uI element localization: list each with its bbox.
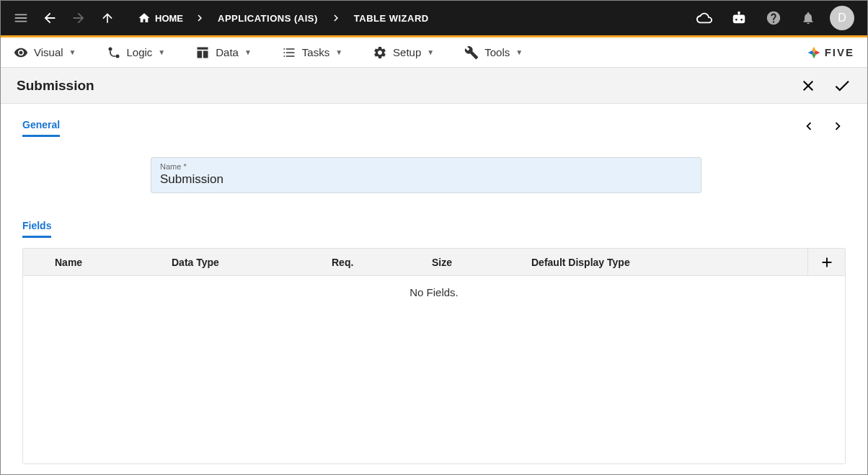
col-name: Name <box>55 257 82 268</box>
next-icon[interactable] <box>830 118 846 137</box>
menu-logic-label: Logic <box>127 46 153 58</box>
menu-icon[interactable] <box>8 5 34 31</box>
fields-tab[interactable]: Fields <box>22 220 51 238</box>
breadcrumb-home-label: HOME <box>155 13 183 24</box>
fields-section: Fields Name Data Type Req. Size Default … <box>22 219 846 464</box>
page-header: Submission <box>1 68 867 104</box>
breadcrumb-applications[interactable]: APPLICATIONS (AIS) <box>212 13 324 24</box>
menu-tools-label: Tools <box>484 46 510 58</box>
add-field-button[interactable] <box>807 249 845 276</box>
name-field[interactable]: Name * Submission <box>151 157 701 193</box>
menu-tasks[interactable]: Tasks▼ <box>282 45 342 60</box>
menubar: Visual▼ Logic▼ Data▼ Tasks▼ Setup▼ Tools… <box>1 37 867 68</box>
topbar: HOME APPLICATIONS (AIS) TABLE WIZARD D <box>1 1 867 37</box>
general-tab[interactable]: General <box>22 119 60 137</box>
menu-data[interactable]: Data▼ <box>195 45 252 60</box>
chevron-right-icon <box>190 12 209 25</box>
menu-visual-label: Visual <box>34 46 63 58</box>
menu-visual[interactable]: Visual▼ <box>14 45 76 60</box>
bell-icon[interactable] <box>795 5 821 31</box>
col-default-display: Default Display Type <box>531 257 630 268</box>
forward-icon <box>66 5 92 31</box>
check-icon[interactable] <box>833 76 851 95</box>
back-icon[interactable] <box>37 5 63 31</box>
page-title: Submission <box>17 78 94 94</box>
fields-table: Name Data Type Req. Size Default Display… <box>22 248 846 464</box>
svg-point-1 <box>115 54 119 58</box>
close-icon[interactable] <box>800 76 817 95</box>
general-section-header: General <box>22 118 846 137</box>
help-icon[interactable] <box>761 5 787 31</box>
topbar-right: D <box>691 5 860 31</box>
name-field-label: Name * <box>160 162 692 171</box>
chevron-right-icon <box>327 12 345 25</box>
brand-text: FIVE <box>825 46 854 58</box>
avatar-letter: D <box>838 12 846 25</box>
menu-tasks-label: Tasks <box>302 46 329 58</box>
robot-icon[interactable] <box>726 5 752 31</box>
empty-message: No Fields. <box>409 286 459 298</box>
table-body: No Fields. <box>23 276 845 463</box>
col-req: Req. <box>332 257 353 268</box>
menu-logic[interactable]: Logic▼ <box>107 45 166 60</box>
table-header: Name Data Type Req. Size Default Display… <box>23 249 845 276</box>
breadcrumb-current[interactable]: TABLE WIZARD <box>348 13 435 24</box>
breadcrumb-home[interactable]: HOME <box>133 12 187 25</box>
topbar-left: HOME APPLICATIONS (AIS) TABLE WIZARD <box>8 5 435 31</box>
content: General Name * Submission Fields Name Da… <box>1 104 867 475</box>
brand-logo: FIVE <box>806 45 854 61</box>
menu-setup-label: Setup <box>393 46 421 58</box>
menu-data-label: Data <box>216 46 239 58</box>
cloud-icon[interactable] <box>691 5 717 31</box>
name-field-value: Submission <box>160 171 692 187</box>
menu-tools[interactable]: Tools▼ <box>464 45 523 60</box>
svg-point-0 <box>108 47 112 50</box>
prev-icon[interactable] <box>801 118 817 137</box>
menu-setup[interactable]: Setup▼ <box>373 45 434 60</box>
up-icon[interactable] <box>94 5 120 31</box>
avatar[interactable]: D <box>830 6 854 30</box>
col-size: Size <box>432 257 452 268</box>
col-data-type: Data Type <box>172 257 219 268</box>
